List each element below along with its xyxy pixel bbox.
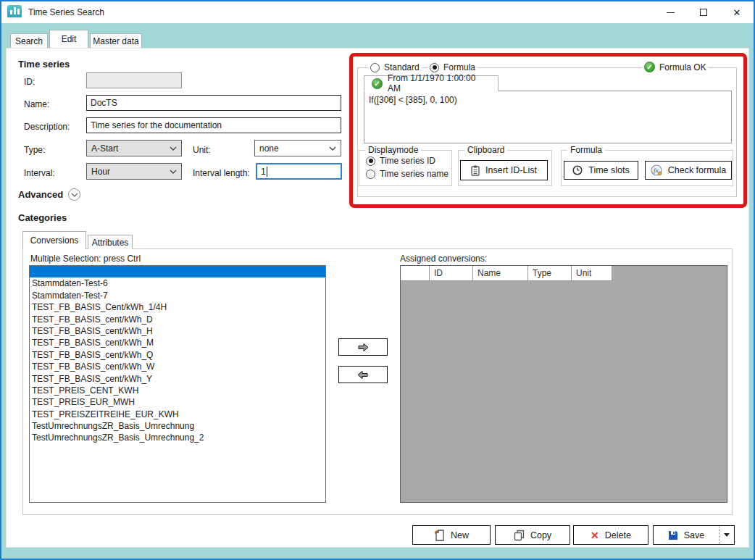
- check-formula-button[interactable]: fx Check formula: [645, 161, 732, 180]
- tab-edit-label: Edit: [62, 34, 77, 44]
- list-item[interactable]: TEST_FB_BASIS_cent/kWh_Q: [30, 349, 325, 361]
- list-item[interactable]: TEST_FB_BASIS_cent/kWh_H: [30, 325, 325, 337]
- mode-standard-radio[interactable]: Standard: [368, 62, 422, 72]
- clipboard-groupbox: Clipboard Insert ID-List: [458, 150, 552, 186]
- insert-id-list-button[interactable]: Insert ID-List: [460, 160, 548, 180]
- list-item[interactable]: TEST_PREIS_EUR_MWH: [30, 396, 325, 408]
- copy-button-label: Copy: [530, 530, 551, 540]
- unassign-button[interactable]: [338, 366, 388, 383]
- delete-button-label: Delete: [605, 530, 631, 540]
- period-tab[interactable]: ✓ From 1/1/1970 1:00:00 AM: [364, 75, 499, 91]
- tab-master-data-label: Master data: [93, 36, 138, 46]
- displaymode-id-label: Time series ID: [380, 156, 435, 166]
- window-title: Time Series Search: [28, 7, 104, 17]
- formula-groupbox: Standard Formula ✓ Formula OK ✓ From 1/1…: [357, 67, 737, 197]
- edit-tab-page: Time series ID: Name: DocTS Description:…: [6, 48, 749, 548]
- list-item[interactable]: TestUmrechnungsZR_Basis_Umrechnung: [30, 420, 325, 432]
- list-item[interactable]: TEST_FB_BASIS_Cent/kWh_1/4H: [30, 301, 325, 313]
- minimize-button[interactable]: [654, 1, 687, 23]
- list-item[interactable]: TEST_FB_BASIS_cent/kWh_D: [30, 314, 325, 325]
- column-header-type[interactable]: Type: [528, 266, 572, 281]
- maximize-icon: [700, 9, 707, 16]
- tab-search[interactable]: Search: [10, 33, 48, 48]
- conversions-panel: Multiple Selection: press Ctrl Stammdate…: [22, 248, 733, 515]
- advanced-section: Advanced: [18, 188, 80, 201]
- description-field[interactable]: Time series for the documentation: [86, 117, 341, 133]
- maximize-button[interactable]: [687, 1, 720, 23]
- displaymode-name-radio[interactable]: Time series name: [364, 169, 451, 179]
- list-item[interactable]: TEST_FB_BASIS_cent/kWh_M: [30, 337, 325, 348]
- description-value: Time series for the documentation: [91, 120, 222, 130]
- list-item[interactable]: Stammdaten-Test-7: [30, 290, 325, 301]
- formula-status: ✓ Formula OK: [642, 62, 709, 72]
- list-item[interactable]: TEST_PREIS_CENT_KWH: [30, 385, 325, 396]
- assigned-conversions-table[interactable]: ID Name Type Unit: [400, 265, 727, 503]
- type-select[interactable]: A-Start: [86, 140, 182, 156]
- multi-select-hint: Multiple Selection: press Ctrl: [30, 254, 141, 264]
- tab-conversions[interactable]: Conversions: [22, 231, 86, 249]
- time-slots-label: Time slots: [588, 165, 630, 175]
- list-item[interactable]: [30, 266, 325, 277]
- name-label: Name:: [24, 99, 49, 109]
- time-series-heading: Time series: [18, 59, 70, 70]
- list-item[interactable]: TEST_PREISZEITREIHE_EUR_KWH: [30, 409, 325, 420]
- clipboard-icon: [471, 165, 480, 176]
- close-button[interactable]: ✕: [720, 1, 754, 23]
- time-slots-button[interactable]: Time slots: [564, 161, 638, 180]
- column-header-name[interactable]: Name: [473, 266, 528, 281]
- name-field[interactable]: DocTS: [86, 95, 341, 111]
- new-document-icon: [434, 530, 445, 541]
- fx-check-icon: fx: [651, 164, 662, 176]
- advanced-label: Advanced: [18, 189, 63, 200]
- arrow-right-icon: [356, 343, 370, 352]
- list-item[interactable]: TestUmrechnungsZR_Basis_Umrechnung_2: [30, 432, 325, 443]
- formula-editor[interactable]: If([306] < [385], 0, 100): [364, 91, 732, 143]
- tab-master-data[interactable]: Master data: [90, 33, 142, 48]
- assign-button[interactable]: [338, 338, 388, 356]
- column-header-unit[interactable]: Unit: [572, 266, 612, 281]
- list-item[interactable]: Stammdaten-Test-6: [30, 277, 325, 289]
- expand-advanced-button[interactable]: [68, 188, 80, 201]
- interval-length-value: 1: [261, 167, 266, 177]
- unit-select[interactable]: none: [254, 140, 341, 156]
- save-button[interactable]: Save: [653, 525, 735, 545]
- available-conversions-list[interactable]: Stammdaten-Test-6 Stammdaten-Test-7 TEST…: [29, 265, 326, 503]
- period-tab-label: From 1/1/1970 1:00:00 AM: [388, 73, 491, 93]
- tab-edit[interactable]: Edit: [49, 30, 88, 48]
- interval-length-field[interactable]: 1: [256, 163, 342, 180]
- tab-attributes[interactable]: Attributes: [88, 235, 133, 249]
- close-icon: ✕: [733, 8, 741, 17]
- insert-id-list-label: Insert ID-List: [485, 165, 537, 175]
- new-button[interactable]: New: [412, 525, 491, 545]
- column-header[interactable]: [401, 266, 430, 281]
- description-label: Description:: [24, 122, 70, 132]
- delete-button[interactable]: ✕ Delete: [573, 525, 648, 545]
- interval-label: Interval:: [24, 168, 55, 178]
- formula-status-label: Formula OK: [659, 62, 706, 72]
- id-label: ID:: [24, 77, 35, 87]
- save-dropdown-button[interactable]: [719, 526, 734, 544]
- copy-button[interactable]: Copy: [495, 525, 570, 545]
- id-field: [86, 72, 182, 88]
- formula-actions-legend: Formula: [567, 145, 605, 155]
- unit-value: none: [259, 143, 279, 154]
- column-header-id[interactable]: ID: [430, 266, 473, 281]
- save-floppy-icon: [668, 530, 678, 540]
- new-button-label: New: [451, 530, 469, 540]
- interval-value: Hour: [91, 167, 110, 177]
- clipboard-legend: Clipboard: [464, 145, 507, 155]
- displaymode-groupbox: Displaymode Time series ID Time series n…: [359, 150, 452, 186]
- minimize-icon: [667, 12, 675, 13]
- list-item[interactable]: TEST_FB_BASIS_cent/kWh_W: [30, 361, 325, 372]
- radio-icon: [366, 156, 375, 166]
- mode-formula-label: Formula: [443, 62, 475, 72]
- interval-select[interactable]: Hour: [86, 163, 182, 180]
- displaymode-id-radio[interactable]: Time series ID: [364, 156, 438, 166]
- check-formula-label: Check formula: [668, 165, 727, 175]
- radio-icon: [366, 170, 375, 179]
- mode-formula-radio[interactable]: Formula: [427, 62, 477, 72]
- list-item[interactable]: TEST_FB_BASIS_cent/kWh_Y: [30, 373, 325, 385]
- app-logo-icon: [7, 5, 22, 20]
- copy-icon: [514, 530, 525, 541]
- type-value: A-Start: [91, 143, 118, 154]
